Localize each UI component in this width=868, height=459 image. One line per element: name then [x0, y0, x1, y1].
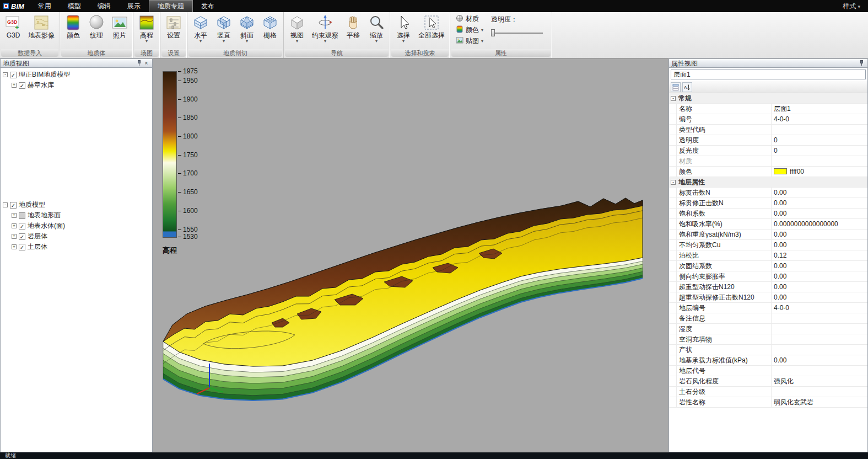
- checkbox[interactable]: ✓: [19, 82, 25, 89]
- ribbon-button-photo[interactable]: 照片: [108, 13, 131, 39]
- expand-icon[interactable]: +: [12, 213, 17, 218]
- menu-tab-5[interactable]: 发布: [193, 0, 223, 12]
- viewport-3d[interactable]: 1975195019001850180017501700165016001550…: [153, 58, 668, 452]
- tree-item-view-0[interactable]: -✓理正BIM地质模型: [1, 70, 152, 80]
- ribbon-button-cut-grid[interactable]: 栅格: [258, 13, 282, 39]
- ribbon-button-pan-hand[interactable]: 平移: [342, 13, 365, 39]
- property-row-11[interactable]: 饱和系数0.00: [669, 209, 867, 219]
- categorized-view-button[interactable]: [671, 82, 681, 92]
- ribbon-button-cursor[interactable]: 选择▾: [392, 13, 415, 43]
- property-row-14[interactable]: 不均匀系数Cu0.00: [669, 240, 867, 250]
- style-menu[interactable]: 样式 ▾: [843, 2, 868, 11]
- menu-tab-3[interactable]: 展示: [119, 0, 149, 12]
- tree-item-view-1[interactable]: +✓赫章水库: [1, 80, 152, 90]
- property-row-10[interactable]: 标贯修正击数N0.00: [669, 198, 867, 209]
- menu-tab-2[interactable]: 编辑: [89, 0, 119, 12]
- dropdown-arrow-icon: ▾: [200, 39, 202, 43]
- close-icon[interactable]: ×: [143, 60, 150, 67]
- legend-tick: [178, 81, 181, 81]
- ribbon-button-rainbow[interactable]: 颜色: [62, 13, 85, 39]
- ribbon-button-cursor-all[interactable]: 全部选择: [415, 13, 448, 39]
- menu-tab-1[interactable]: 模型: [60, 0, 89, 12]
- ribbon-button-orbit[interactable]: 约束观察▾: [309, 13, 342, 43]
- property-row-2[interactable]: 编号4-0-0: [669, 114, 867, 125]
- collapse-icon[interactable]: -: [671, 96, 676, 101]
- pin-icon[interactable]: [136, 60, 143, 67]
- property-row-18[interactable]: 超重型动探击N1200.00: [669, 282, 867, 292]
- checkbox[interactable]: [19, 212, 25, 219]
- property-row-19[interactable]: 超重型动探修正击数N1200.00: [669, 292, 867, 303]
- ribbon-button-zoom[interactable]: 缩放▾: [365, 13, 388, 43]
- ribbon-button-cut-vertical[interactable]: 竖直▾: [212, 13, 235, 43]
- sort-alphabetical-button[interactable]: A: [682, 82, 692, 92]
- expand-icon[interactable]: +: [12, 223, 17, 228]
- tree-item-model-1[interactable]: +地表地形面: [1, 210, 152, 221]
- cut-slope-icon: [239, 14, 255, 31]
- property-row-5[interactable]: 反光度0: [669, 146, 867, 156]
- property-row-7[interactable]: 颜色ffff00: [669, 167, 867, 177]
- color-button[interactable]: 颜色 ▾: [454, 25, 486, 35]
- property-row-27[interactable]: 岩石风化程度强风化: [669, 376, 867, 387]
- checkbox[interactable]: ✓: [10, 202, 17, 209]
- transparency-slider[interactable]: [491, 29, 548, 38]
- dropdown-arrow-icon: ▾: [246, 39, 248, 43]
- expand-icon[interactable]: +: [12, 83, 17, 88]
- properties-toolbar: A: [669, 81, 867, 93]
- tree-item-model-2[interactable]: +✓地表水体(面): [1, 221, 152, 231]
- property-row-1[interactable]: 名称层面1: [669, 104, 867, 114]
- property-row-9[interactable]: 标贯击数N0.00: [669, 188, 867, 198]
- property-row-4[interactable]: 透明度0: [669, 135, 867, 146]
- property-row-28[interactable]: 土石分级: [669, 387, 867, 397]
- elevation-legend: 1975195019001850180017501700165016001550…: [163, 71, 177, 255]
- tree-item-model-0[interactable]: -✓地质模型: [1, 200, 152, 210]
- checkbox[interactable]: ✓: [19, 244, 25, 250]
- property-row-24[interactable]: 产状: [669, 345, 867, 355]
- ribbon-button-g3d[interactable]: G3D+G3D: [2, 13, 25, 39]
- property-row-22[interactable]: 湿度: [669, 324, 867, 334]
- legend-tick-label: 1900: [183, 95, 198, 103]
- tree-item-model-3[interactable]: +✓岩层体: [1, 231, 152, 242]
- property-row-21[interactable]: 备注信息: [669, 313, 867, 324]
- geology-view-panel: 地质视图 × -✓理正BIM地质模型+✓赫章水库 -✓地质模型+地表地形面+✓地…: [0, 58, 153, 452]
- property-row-26[interactable]: 地层代号: [669, 366, 867, 376]
- pin-icon[interactable]: [858, 60, 865, 67]
- object-selector[interactable]: 层面1: [671, 70, 866, 79]
- property-row-17[interactable]: 侧向约束膨胀率0.00: [669, 271, 867, 282]
- collapse-icon[interactable]: -: [671, 180, 676, 185]
- ribbon-button-cut-horizontal[interactable]: 水平▾: [189, 13, 212, 43]
- property-row-3[interactable]: 类型代码: [669, 125, 867, 135]
- collapse-icon[interactable]: -: [3, 72, 8, 77]
- ribbon-button-sphere[interactable]: 纹理: [85, 13, 108, 39]
- legend-tick-label: 1750: [183, 151, 198, 159]
- property-category-8[interactable]: -地层属性: [669, 177, 867, 188]
- expand-icon[interactable]: +: [12, 234, 17, 239]
- property-category-0[interactable]: -常规: [669, 93, 867, 104]
- checkbox[interactable]: ✓: [10, 72, 17, 78]
- ribbon-button-settings[interactable]: 设置: [162, 13, 185, 39]
- property-row-29[interactable]: 岩性名称弱风化玄武岩: [669, 397, 867, 408]
- ribbon-button-view-cube[interactable]: 视图▾: [285, 13, 309, 43]
- property-row-20[interactable]: 地层编号4-0-0: [669, 303, 867, 313]
- ribbon-button-cut-slope[interactable]: 斜面▾: [235, 13, 258, 43]
- slider-handle[interactable]: [491, 29, 495, 36]
- expand-icon[interactable]: +: [12, 244, 17, 249]
- property-row-25[interactable]: 地基承载力标准值(kPa)0.00: [669, 355, 867, 366]
- checkbox[interactable]: ✓: [19, 223, 25, 230]
- property-row-12[interactable]: 饱和吸水率(%)0.0000000000000000: [669, 219, 867, 230]
- ribbon-button-elevation[interactable]: 高程▾: [135, 13, 158, 43]
- property-row-6[interactable]: 材质: [669, 156, 867, 167]
- checkbox[interactable]: ✓: [19, 233, 25, 240]
- property-row-13[interactable]: 饱和重度γsat(kN/m3)0.00: [669, 230, 867, 240]
- collapse-icon[interactable]: -: [3, 202, 8, 207]
- decal-button[interactable]: 贴图 ▾: [454, 36, 486, 46]
- ribbon-button-surface-image[interactable]: 地表影像: [25, 13, 58, 39]
- menu-tab-0[interactable]: 常用: [30, 0, 60, 12]
- logo-text: BIM: [11, 2, 24, 10]
- property-row-15[interactable]: 泊松比0.12: [669, 250, 867, 261]
- menu-tab-4[interactable]: 地质专题: [149, 0, 193, 12]
- tree-item-model-4[interactable]: +✓土层体: [1, 242, 152, 252]
- property-row-23[interactable]: 空洞充填物: [669, 334, 867, 345]
- material-button[interactable]: 材质: [454, 14, 486, 24]
- terrain-model[interactable]: [153, 59, 668, 452]
- property-row-16[interactable]: 次固结系数0.00: [669, 261, 867, 271]
